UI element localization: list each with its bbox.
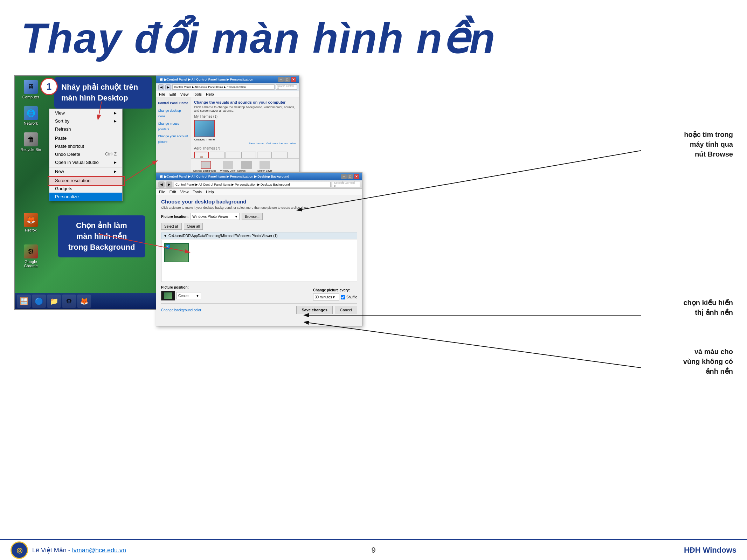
bg-menubar: File Edit View Tools Help <box>156 189 362 195</box>
photos-folder-header: ▼ C:\Users\DDD\AppData\Roaming\Microsoft… <box>161 233 357 239</box>
context-menu-personalize[interactable]: Personalize <box>49 193 122 201</box>
start-button[interactable]: 🪟 <box>17 295 31 308</box>
context-menu-sortby[interactable]: Sort by <box>49 117 122 125</box>
annotation-color: và màu chovùng không cóảnh nền <box>683 347 733 376</box>
context-menu-paste-shortcut[interactable]: Paste shortcut <box>49 142 122 150</box>
select-all-button[interactable]: Select all <box>161 223 182 230</box>
minimize-button[interactable]: ─ <box>278 77 284 82</box>
address-bar: ◀ ▶ Control Panel ▶ All Control Panel It… <box>156 83 299 91</box>
menu-tools[interactable]: Tools <box>193 92 202 96</box>
position-preview <box>161 291 175 300</box>
desktop-icon-label: Firefox <box>25 228 37 232</box>
shuffle-checkbox[interactable] <box>341 295 345 299</box>
photo-checkbox-1[interactable]: ✓ <box>166 244 170 249</box>
personalize-highlight-box <box>48 176 125 186</box>
menu-edit[interactable]: Edit <box>170 92 176 96</box>
dropdown-arrow-icon: ▼ <box>234 215 238 219</box>
picture-location-dropdown[interactable]: Windows Photo Viewer ▼ <box>191 213 240 220</box>
bg-address-path: Control Panel ▶ All Control Panel Items … <box>174 182 331 187</box>
save-theme-link[interactable]: Save theme <box>249 142 264 145</box>
taskbar: 🪟 🔵 📁 ⚙ 🦊 <box>15 293 175 309</box>
bg-menu-tools[interactable]: Tools <box>193 190 202 194</box>
unsaved-theme-item[interactable]: Unsaved Theme <box>194 120 215 141</box>
bg-footer-row: Change background color Save changes Can… <box>161 303 357 314</box>
desktop-icon-computer: 🖥 Computer <box>19 80 43 99</box>
unsaved-theme-preview <box>194 120 215 137</box>
desktop-icon-chrome: ⚙ Google Chrome <box>19 244 43 268</box>
bg-titlebar-icons: 🖥 ▶ <box>159 174 167 179</box>
menu-help[interactable]: Help <box>206 92 214 96</box>
get-more-themes-link[interactable]: Get more themes online <box>267 142 296 145</box>
bg-search-box[interactable]: Search Control P... <box>332 182 360 187</box>
browse-button[interactable]: Browse... <box>242 213 263 220</box>
search-box[interactable]: Search Control P... <box>276 84 297 90</box>
sidebar-link-home[interactable]: Control Panel Home <box>158 100 189 106</box>
context-menu-view[interactable]: View <box>49 109 122 117</box>
window-titlebar: 🖥 ▶ Control Panel ▶ All Control Panel It… <box>156 76 299 83</box>
bg-forward-button[interactable]: ▶ <box>166 181 172 188</box>
position-section: Picture position: Center ▼ Change pictur… <box>161 285 357 300</box>
callout-number-1: 1 <box>40 78 58 95</box>
address-path: Control Panel ▶ All Control Panel Items … <box>172 84 275 90</box>
bg-main-subtitle: Click a picture to make it your desktop … <box>161 206 357 209</box>
picture-position-label: Picture position: <box>161 285 201 289</box>
context-menu-paste[interactable]: Paste <box>49 134 122 142</box>
bg-minimize-button[interactable]: ─ <box>341 174 347 179</box>
window-title-icons: 🖥 ▶ <box>159 77 167 82</box>
back-button[interactable]: ◀ <box>158 84 164 90</box>
change-interval-input[interactable]: 30 minutes ▼ <box>313 293 339 300</box>
bg-menu-edit[interactable]: Edit <box>170 190 176 194</box>
context-menu-refresh[interactable]: Refresh <box>49 125 122 133</box>
bg-close-button[interactable]: ✕ <box>354 174 359 179</box>
context-menu-new[interactable]: New <box>49 167 122 175</box>
footer-buttons: Save changes Cancel <box>296 306 357 314</box>
photo-item-1[interactable]: ✓ <box>164 243 189 262</box>
sidebar-link-account[interactable]: Change your account picture <box>158 133 189 145</box>
position-dropdown-arrow: ▼ <box>196 294 199 298</box>
menu-file[interactable]: File <box>159 92 165 96</box>
bg-maximize-button[interactable]: □ <box>347 174 353 179</box>
sidebar-link-desktop-icons[interactable]: Change desktop icons <box>158 108 189 119</box>
callout-2: Chọn ảnh làmmàn hình nềntrong Background <box>58 215 145 257</box>
sidebar-link-mouse[interactable]: Change mouse pointers <box>158 121 189 132</box>
clear-all-button[interactable]: Clear all <box>184 223 203 230</box>
picture-position-group: Picture position: Center ▼ <box>161 285 201 300</box>
cancel-button[interactable]: Cancel <box>335 306 357 314</box>
desktop-icon-label: Google Chrome <box>19 260 43 268</box>
change-bg-color-link[interactable]: Change background color <box>161 308 201 312</box>
close-button[interactable]: ✕ <box>291 77 296 82</box>
svg-line-6 <box>305 322 641 368</box>
desktop-icon-firefox: 🦊 Firefox <box>19 213 43 232</box>
context-menu-undo-delete[interactable]: Undo Delete Ctrl+Z <box>49 150 122 158</box>
aero-themes-label: Aero Themes (7) <box>194 146 296 150</box>
folder-path-text: C:\Users\DDD\AppData\Roaming\Microsoft\W… <box>168 234 278 238</box>
taskbar-chrome: ⚙ <box>62 295 76 308</box>
shuffle-group: Shuffle <box>341 295 357 299</box>
forward-button[interactable]: ▶ <box>165 84 171 90</box>
window-title-text: Control Panel ▶ All Control Panel Items … <box>167 78 253 81</box>
change-interval-value: 30 minutes <box>315 295 332 299</box>
change-picture-row: 30 minutes ▼ Shuffle <box>313 293 357 300</box>
desktop-icon-label: Recycle Bin <box>21 147 41 152</box>
menu-view[interactable]: View <box>180 92 189 96</box>
save-changes-button[interactable]: Save changes <box>296 306 332 314</box>
taskbar-folder: 📁 <box>47 295 61 308</box>
change-picture-group: Change picture every: 30 minutes ▼ Shuff… <box>313 288 357 300</box>
my-themes-label: My Themes (1) <box>194 115 296 118</box>
unsaved-theme-label: Unsaved Theme <box>194 138 215 141</box>
context-menu: View Sort by Refresh Paste Paste shortcu… <box>49 109 123 201</box>
photos-area: ✓ <box>161 240 357 282</box>
bg-menu-file[interactable]: File <box>159 190 165 194</box>
footer-bar: ◎ Lê Việt Mẫn - lvman@hce.edu.vn 9 HĐH W… <box>0 539 747 560</box>
folder-arrow-icon: ▼ <box>164 234 167 238</box>
context-menu-open-vs[interactable]: Open in Visual Studio <box>49 158 122 166</box>
bg-back-button[interactable]: ◀ <box>158 181 165 188</box>
footer-email[interactable]: lvman@hce.edu.vn <box>72 547 126 554</box>
bg-menu-view[interactable]: View <box>180 190 189 194</box>
bg-main-title: Choose your desktop background <box>161 199 357 205</box>
footer-author: Lê Việt Mẫn - lvman@hce.edu.vn <box>32 546 126 554</box>
maximize-button[interactable]: □ <box>284 77 290 82</box>
position-select[interactable]: Center ▼ <box>177 292 201 299</box>
change-interval-arrow: ▼ <box>332 295 336 299</box>
bg-menu-help[interactable]: Help <box>206 190 214 194</box>
